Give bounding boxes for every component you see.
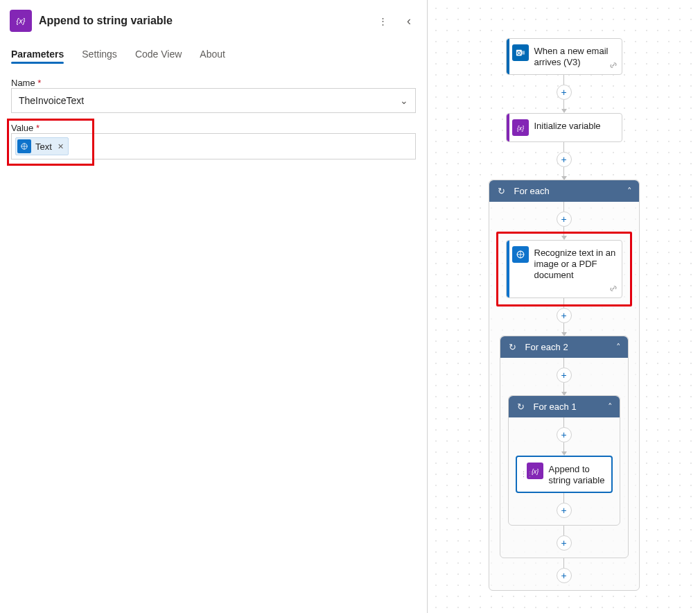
add-step-button[interactable]: +	[557, 152, 572, 167]
connector: +	[557, 526, 572, 551]
add-step-button[interactable]: +	[557, 535, 572, 551]
connector: +	[557, 358, 572, 396]
value-token-text[interactable]: Text ✕	[15, 137, 69, 155]
panel-title: Append to string variable	[39, 15, 366, 27]
svg-text:{x}: {x}	[531, 467, 538, 474]
collapse-panel-button[interactable]: ‹	[399, 11, 419, 31]
svg-rect-4	[520, 51, 524, 54]
svg-text:{x}: {x}	[516, 124, 523, 131]
name-select-value: TheInvoiceText	[19, 95, 84, 106]
node-email-title: When a new email arrives (V3)	[534, 44, 616, 69]
panel-header: {x} Append to string variable ⋮ ‹	[0, 0, 427, 42]
variable-icon: {x}	[10, 10, 32, 32]
tab-code-view[interactable]: Code View	[135, 42, 182, 68]
add-step-button[interactable]: +	[557, 308, 572, 323]
name-label: Name *	[11, 78, 416, 88]
for-each-2-header[interactable]: ↻ For each 2 ˄	[500, 336, 628, 358]
node-for-each-1: ↻ For each 1 ˄ + ⋮⋮ {x}	[508, 395, 620, 526]
node-init-title: Initialize variable	[534, 119, 601, 132]
value-input[interactable]: Text ✕	[11, 133, 416, 159]
panel-tabs: Parameters Settings Code View About	[0, 42, 427, 68]
add-step-button[interactable]: +	[557, 85, 572, 100]
chevron-left-icon: ‹	[407, 14, 411, 28]
drag-handle-icon[interactable]: ⋮⋮	[520, 469, 532, 478]
more-icon: ⋮	[378, 16, 387, 26]
add-step-button[interactable]: +	[557, 568, 572, 583]
svg-text:{x}: {x}	[17, 17, 26, 25]
flow-root: O When a new email arrives (V3) + {x} In…	[489, 38, 640, 591]
loop-icon: ↻	[507, 342, 518, 352]
link-icon	[609, 61, 618, 71]
for-each-header[interactable]: ↻ For each ˄	[489, 180, 639, 202]
tab-about[interactable]: About	[200, 42, 225, 68]
cv-icon	[512, 246, 529, 263]
node-recognize-text[interactable]: Recognize text in an image or a PDF docu…	[506, 240, 622, 298]
add-step-button[interactable]: +	[557, 503, 572, 518]
node-email-trigger[interactable]: O When a new email arrives (V3)	[506, 38, 622, 75]
connector: +	[557, 142, 572, 180]
for-each-title: For each	[514, 186, 620, 196]
chevron-up-icon: ˄	[608, 402, 613, 412]
for-each-1-title: For each 1	[534, 402, 601, 412]
name-select[interactable]: TheInvoiceText ⌄	[11, 88, 416, 113]
recognize-wrapper: Recognize text in an image or a PDF docu…	[506, 240, 622, 298]
loop-icon: ↻	[516, 402, 527, 412]
chevron-up-icon: ˄	[616, 342, 621, 352]
svg-text:O: O	[517, 51, 521, 55]
field-value: Value * Text ✕	[11, 123, 416, 159]
loop-icon: ↻	[496, 186, 507, 196]
connector: +	[557, 75, 572, 113]
connector: +	[557, 493, 572, 518]
link-icon	[609, 284, 618, 295]
node-append-title: Append to string variable	[549, 463, 606, 487]
token-remove-icon[interactable]: ✕	[56, 142, 65, 151]
more-button[interactable]: ⋮	[373, 11, 392, 31]
for-each-2-title: For each 2	[525, 342, 609, 352]
tab-parameters[interactable]: Parameters	[11, 42, 64, 68]
properties-panel: {x} Append to string variable ⋮ ‹ Parame…	[0, 0, 428, 613]
connector: +	[557, 202, 572, 240]
value-label: Value *	[11, 123, 416, 133]
add-step-button[interactable]: +	[557, 368, 572, 383]
chevron-up-icon: ˄	[627, 186, 632, 196]
tab-settings[interactable]: Settings	[82, 42, 117, 68]
node-recognize-title: Recognize text in an image or a PDF docu…	[534, 246, 616, 282]
connector: +	[557, 558, 572, 583]
flow-canvas[interactable]: O When a new email arrives (V3) + {x} In…	[428, 0, 700, 613]
outlook-icon: O	[512, 44, 529, 61]
field-name: Name * TheInvoiceText ⌄	[11, 78, 416, 113]
node-initialize-variable[interactable]: {x} Initialize variable	[506, 113, 622, 142]
node-for-each: ↻ For each ˄ + Recognize text in an imag…	[489, 180, 640, 592]
node-append-to-string[interactable]: ⋮⋮ {x} Append to string variable	[516, 456, 613, 494]
for-each-1-header[interactable]: ↻ For each 1 ˄	[509, 396, 620, 417]
parameters-form: Name * TheInvoiceText ⌄ Value * Text ✕	[0, 68, 427, 169]
value-token-label: Text	[35, 141, 52, 152]
node-for-each-2: ↻ For each 2 ˄ + ↻ For each 1 ˄	[500, 336, 629, 559]
variable-icon: {x}	[512, 119, 529, 136]
cv-icon	[17, 139, 31, 153]
add-step-button[interactable]: +	[557, 427, 572, 442]
connector: +	[557, 417, 572, 456]
add-step-button[interactable]: +	[557, 211, 572, 227]
connector: +	[557, 298, 572, 336]
chevron-down-icon: ⌄	[400, 95, 408, 106]
